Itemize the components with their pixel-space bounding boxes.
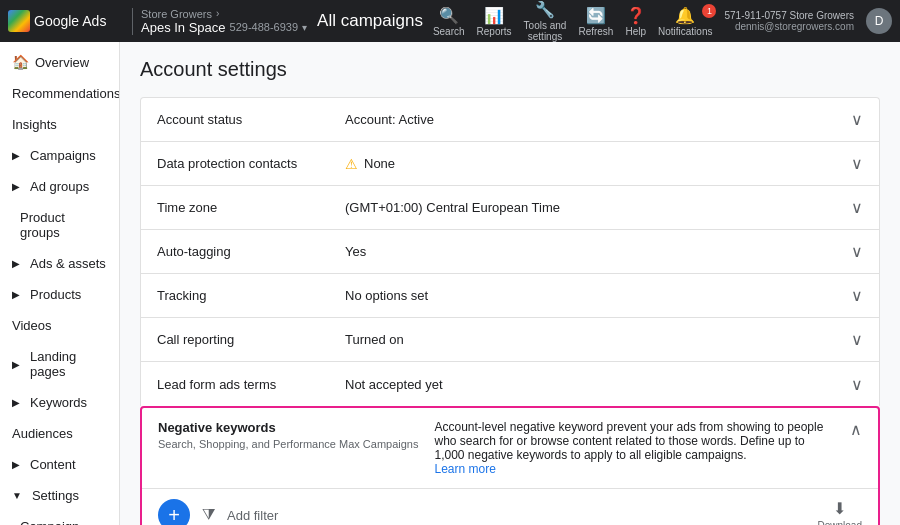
top-nav: Google Ads Store Growers › Apes In Space… [0,0,900,42]
sidebar-item-overview[interactable]: 🏠 Overview [0,46,119,78]
data-protection-label: Data protection contacts [157,156,337,171]
warning-icon: ⚠ [345,156,358,172]
sidebar-item-audiences[interactable]: Audiences [0,418,119,449]
lead-form-chevron[interactable]: ∨ [851,375,863,394]
timezone-label: Time zone [157,200,337,215]
negative-keywords-header: Negative keywords Search, Shopping, and … [142,408,878,489]
lead-form-label: Lead form ads terms [157,377,337,392]
negative-keywords-chevron[interactable]: ∧ [850,420,862,439]
campaigns-arrow-icon: ▶ [12,150,20,161]
tools-nav-icon: 🔧 [535,0,555,19]
landing-pages-arrow-icon: ▶ [12,359,20,370]
settings-row-lead-form[interactable]: Lead form ads terms Not accepted yet ∨ [141,362,879,406]
call-reporting-chevron[interactable]: ∨ [851,330,863,349]
lead-form-value: Not accepted yet [345,377,843,392]
reports-nav-icon: 📊 [484,6,504,25]
data-protection-chevron[interactable]: ∨ [851,154,863,173]
tracking-label: Tracking [157,288,337,303]
refresh-nav-button[interactable]: 🔄 Refresh [578,6,613,37]
google-ads-logo-text: Google Ads [34,13,106,29]
sidebar-item-product-groups[interactable]: Product groups [0,202,119,248]
download-icon: ⬇ [833,499,846,518]
sidebar: 🏠 Overview Recommendations Insights ▶ Ca… [0,42,120,525]
products-arrow-icon: ▶ [12,289,20,300]
reports-nav-button[interactable]: 📊 Reports [477,6,512,37]
adgroups-arrow-icon: ▶ [12,181,20,192]
timezone-chevron[interactable]: ∨ [851,198,863,217]
learn-more-link[interactable]: Learn more [434,462,495,476]
sidebar-item-keywords[interactable]: ▶ Keywords [0,387,119,418]
tools-nav-button[interactable]: 🔧 Tools andsettings [524,0,567,42]
notifications-nav-icon: 🔔 [675,6,695,25]
data-protection-value: ⚠ None [345,156,843,172]
sidebar-item-ad-groups[interactable]: ▶ Ad groups [0,171,119,202]
search-nav-button[interactable]: 🔍 Search [433,6,465,37]
filter-icon[interactable]: ⧩ [202,506,215,524]
google-ads-logo: Google Ads [8,10,106,32]
logo-area: Google Ads [8,10,118,32]
refresh-nav-icon: 🔄 [586,6,606,25]
add-negative-keyword-button[interactable]: + [158,499,190,525]
account-status-value: Account: Active [345,112,843,127]
auto-tagging-value: Yes [345,244,843,259]
breadcrumb-area: Store Growers › Apes In Space 529-488-69… [132,8,307,35]
home-icon: 🏠 [12,54,29,70]
search-nav-icon: 🔍 [439,6,459,25]
content-area: Account settings Account status Account:… [120,42,900,525]
settings-arrow-icon: ▼ [12,490,22,501]
main-layout: 🏠 Overview Recommendations Insights ▶ Ca… [0,42,900,525]
negative-keywords-toolbar: + ⧩ Add filter ⬇ Download [142,489,878,525]
account-id: 529-488-6939 [230,21,299,33]
auto-tagging-chevron[interactable]: ∨ [851,242,863,261]
settings-row-tracking[interactable]: Tracking No options set ∨ [141,274,879,318]
add-filter-text[interactable]: Add filter [227,508,806,523]
sidebar-item-content[interactable]: ▶ Content [0,449,119,480]
sidebar-item-landing-pages[interactable]: ▶ Landing pages [0,341,119,387]
sidebar-item-campaign-settings[interactable]: Campaign settings [0,511,119,525]
settings-table: Account status Account: Active ∨ Data pr… [140,97,880,406]
account-status-label: Account status [157,112,337,127]
user-phone: 571-911-0757 Store Growers [724,10,854,21]
breadcrumb-parent[interactable]: Store Growers › [141,8,307,20]
breadcrumb-child[interactable]: Apes In Space 529-488-6939 ▾ [141,20,307,35]
settings-row-data-protection[interactable]: Data protection contacts ⚠ None ∨ [141,142,879,186]
page-title: Account settings [140,58,880,81]
sidebar-item-insights[interactable]: Insights [0,109,119,140]
notifications-nav-button[interactable]: 🔔 1 Notifications [658,6,712,37]
call-reporting-value: Turned on [345,332,843,347]
timezone-value: (GMT+01:00) Central European Time [345,200,843,215]
settings-row-timezone[interactable]: Time zone (GMT+01:00) Central European T… [141,186,879,230]
breadcrumb-chevron: › [216,8,219,19]
negative-keywords-description: Account-level negative keyword prevent y… [434,420,834,476]
sidebar-item-campaigns[interactable]: ▶ Campaigns [0,140,119,171]
sidebar-item-settings[interactable]: ▼ Settings [0,480,119,511]
account-status-chevron[interactable]: ∨ [851,110,863,129]
auto-tagging-label: Auto-tagging [157,244,337,259]
negative-keywords-subtitle: Search, Shopping, and Performance Max Ca… [158,438,418,450]
negative-keywords-section: Negative keywords Search, Shopping, and … [140,406,880,525]
top-nav-actions: 🔍 Search 📊 Reports 🔧 Tools andsettings 🔄… [433,0,892,42]
google-ads-logo-icon [8,10,30,32]
tracking-chevron[interactable]: ∨ [851,286,863,305]
user-info: 571-911-0757 Store Growers dennis@storeg… [724,10,854,32]
negative-keywords-title: Negative keywords [158,420,418,435]
user-email: dennis@storegrowers.com [735,21,854,32]
content-arrow-icon: ▶ [12,459,20,470]
settings-row-auto-tagging[interactable]: Auto-tagging Yes ∨ [141,230,879,274]
sidebar-item-products[interactable]: ▶ Products [0,279,119,310]
user-avatar[interactable]: D [866,8,892,34]
sidebar-item-videos[interactable]: Videos [0,310,119,341]
notification-badge: 1 [702,4,716,18]
sidebar-item-recommendations[interactable]: Recommendations [0,78,119,109]
tracking-value: No options set [345,288,843,303]
page-title-nav: All campaigns [315,11,425,31]
breadcrumb-dropdown-icon[interactable]: ▾ [302,22,307,33]
ads-assets-arrow-icon: ▶ [12,258,20,269]
download-button[interactable]: ⬇ Download [818,499,862,525]
sidebar-item-ads-assets[interactable]: ▶ Ads & assets [0,248,119,279]
settings-row-call-reporting[interactable]: Call reporting Turned on ∨ [141,318,879,362]
negative-keywords-left: Negative keywords Search, Shopping, and … [158,420,418,450]
help-nav-icon: ❓ [626,6,646,25]
help-nav-button[interactable]: ❓ Help [625,6,646,37]
settings-row-account-status[interactable]: Account status Account: Active ∨ [141,98,879,142]
